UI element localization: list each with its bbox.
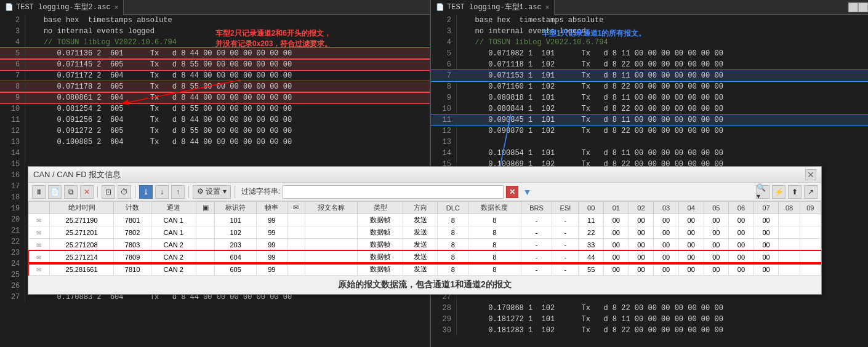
row-d03: 00 xyxy=(654,251,679,263)
row-dlc: 8 xyxy=(438,251,468,263)
row-d05: 00 xyxy=(704,251,729,263)
row-d06: 00 xyxy=(729,214,754,226)
left-tab-bar: 📄 TEST logging-车型2.asc ✕ xyxy=(0,0,430,15)
separator4 xyxy=(235,186,235,198)
row-rate: 99 xyxy=(256,239,287,251)
search-btn[interactable]: 🔍 ▾ xyxy=(756,185,770,199)
col-time[interactable]: 绝对时间 xyxy=(49,202,114,214)
table-row[interactable]: ✉ 25.271201 7802 CAN 1 102 99 数据帧 发送 8 8 xyxy=(29,226,821,239)
row-d02: 00 xyxy=(629,251,654,263)
row-len: 8 xyxy=(468,251,521,263)
row-d02: 00 xyxy=(629,214,654,226)
filter-input[interactable] xyxy=(283,185,504,199)
line-row: 5 0.071136 2 601 Tx d 8 44 00 00 00 00 0… xyxy=(0,48,430,59)
col-dir[interactable]: 方向 xyxy=(403,202,438,214)
can-dialog: CAN / CAN FD 报文信息 ✕ ⏸ 📄 ⧉ ✕ ⊡ ⏱ ⤓ ↓ ↑ ⚙ … xyxy=(28,166,822,295)
row-dir: 发送 xyxy=(403,251,438,263)
down-button[interactable]: ↓ xyxy=(155,185,169,199)
row-brs: - xyxy=(521,239,552,251)
row-d06: 00 xyxy=(729,239,754,251)
row-d05: 00 xyxy=(704,226,729,239)
line-row: 8 0.071178 2 605 Tx d 8 55 00 00 00 00 0… xyxy=(0,81,430,92)
col-len[interactable]: 数据长度 xyxy=(468,202,521,214)
row-rate: 99 xyxy=(256,226,287,239)
col-name[interactable]: 报文名称 xyxy=(305,202,357,214)
row-d05: 00 xyxy=(704,263,729,276)
table-row[interactable]: ✉ 25.271208 7803 CAN 2 203 99 数据帧 发送 8 8 xyxy=(29,239,821,251)
row-msg-icon xyxy=(287,214,305,226)
right-tab-bar: 📄 TEST logging-车型1.asc ✕ ◀ ▶ xyxy=(431,0,868,15)
right-tab[interactable]: 📄 TEST logging-车型1.asc ✕ xyxy=(431,0,555,15)
table-row[interactable]: ✉ 25.271190 7801 CAN 1 101 99 数据帧 发送 8 8 xyxy=(29,214,821,226)
line-row: 5 0.071082 1 101 Tx d 8 11 00 00 00 00 0… xyxy=(431,48,868,59)
line-row: 14 xyxy=(0,148,430,159)
row-channel: CAN 1 xyxy=(151,226,196,239)
row-esi: - xyxy=(552,251,579,263)
table-row[interactable]: ✉ 25.281661 7810 CAN 2 605 99 数据帧 发送 8 8 xyxy=(29,263,821,276)
row-len: 8 xyxy=(468,263,521,276)
table-row[interactable]: ✉ 25.271214 7809 CAN 2 604 99 数据帧 发送 8 8 xyxy=(29,251,821,263)
col-esi[interactable]: ESI xyxy=(552,202,579,214)
col-id[interactable]: 标识符 xyxy=(215,202,257,214)
line-row: 11 0.090845 1 101 Tx d 8 11 00 00 00 00 … xyxy=(431,114,868,126)
right-tab-close[interactable]: ✕ xyxy=(545,3,550,11)
new-button[interactable]: 📄 xyxy=(48,185,62,199)
dialog-close-btn[interactable]: ✕ xyxy=(805,169,816,180)
col-count[interactable]: 计数 xyxy=(114,202,151,214)
export3-btn[interactable]: ↗ xyxy=(804,185,818,199)
frame-button[interactable]: ⊡ xyxy=(102,185,115,199)
right-tab-icon: 📄 xyxy=(436,3,444,11)
delete-button[interactable]: ✕ xyxy=(80,185,94,199)
left-tab-icon: 📄 xyxy=(5,3,14,11)
bottom-annotation: 原始的报文数据流，包含通道1和通道2的报文 xyxy=(28,276,821,294)
left-tab-close[interactable]: ✕ xyxy=(115,3,119,11)
line-row: 8 0.071160 1 102 Tx d 8 22 00 00 00 00 0… xyxy=(431,81,868,92)
col-d03: 03 xyxy=(654,202,679,214)
row-ch-icon xyxy=(196,263,215,276)
row-icon: ✉ xyxy=(29,226,50,239)
scroll-right-btn[interactable]: ▶ xyxy=(858,2,868,12)
left-tab-label: TEST logging-车型2.asc xyxy=(16,2,111,12)
filter-clear-btn[interactable]: ✕ xyxy=(506,186,518,198)
row-type: 数据帧 xyxy=(358,214,403,226)
copy-button[interactable]: ⧉ xyxy=(64,185,78,199)
col-d01: 01 xyxy=(604,202,629,214)
row-type: 数据帧 xyxy=(358,251,403,263)
row-dlc: 8 xyxy=(438,214,468,226)
row-d07: 00 xyxy=(753,239,779,251)
row-msg-icon xyxy=(287,263,305,276)
up-button[interactable]: ↑ xyxy=(171,185,185,199)
scroll-left-btn[interactable]: ◀ xyxy=(848,2,858,12)
line-row: 7 0.071172 2 604 Tx d 8 44 00 00 00 00 0… xyxy=(0,70,430,81)
row-d00: 55 xyxy=(579,263,604,276)
line-row: 14 0.100854 1 101 Tx d 8 11 00 00 00 00 … xyxy=(431,148,868,159)
col-channel[interactable]: 通道 xyxy=(151,202,196,214)
settings-btn[interactable]: ⚙ 设置 ▾ xyxy=(193,185,231,199)
table-container: 绝对时间 计数 通道 ▣ 标识符 帧率 ✉ 报文名称 类型 方向 DLC 数据长… xyxy=(28,201,821,276)
left-tab[interactable]: 📄 TEST logging-车型2.asc ✕ xyxy=(0,0,124,15)
lightning-btn[interactable]: ⚡ xyxy=(772,185,786,199)
export2-btn[interactable]: ⬆ xyxy=(788,185,802,199)
row-d00: 44 xyxy=(579,251,604,263)
row-d04: 00 xyxy=(678,239,704,251)
pause-button[interactable]: ⏸ xyxy=(32,185,46,199)
row-id: 605 xyxy=(215,263,257,276)
row-id: 102 xyxy=(215,226,257,239)
col-type[interactable]: 类型 xyxy=(358,202,403,214)
export-down-button[interactable]: ⤓ xyxy=(139,185,153,199)
line-row: 6 0.071118 1 102 Tx d 8 22 00 00 00 00 0… xyxy=(431,59,868,70)
col-brs[interactable]: BRS xyxy=(521,202,552,214)
dialog-title-bar: CAN / CAN FD 报文信息 ✕ xyxy=(28,167,821,183)
row-channel: CAN 2 xyxy=(151,263,196,276)
row-d09 xyxy=(800,239,821,251)
row-d01: 00 xyxy=(604,226,629,239)
row-msg-icon xyxy=(287,251,305,263)
row-d02: 00 xyxy=(629,239,654,251)
line-row: 6 0.071145 2 605 Tx d 8 55 00 00 00 00 0… xyxy=(0,59,430,70)
col-rate[interactable]: 帧率 xyxy=(256,202,287,214)
data-table: 绝对时间 计数 通道 ▣ 标识符 帧率 ✉ 报文名称 类型 方向 DLC 数据长… xyxy=(28,201,821,276)
clock-button[interactable]: ⏱ xyxy=(118,185,131,199)
col-dlc[interactable]: DLC xyxy=(438,202,468,214)
line-row: 28 0.170868 1 102 Tx d 8 22 00 00 00 00 … xyxy=(431,303,868,314)
separator2 xyxy=(135,186,135,198)
